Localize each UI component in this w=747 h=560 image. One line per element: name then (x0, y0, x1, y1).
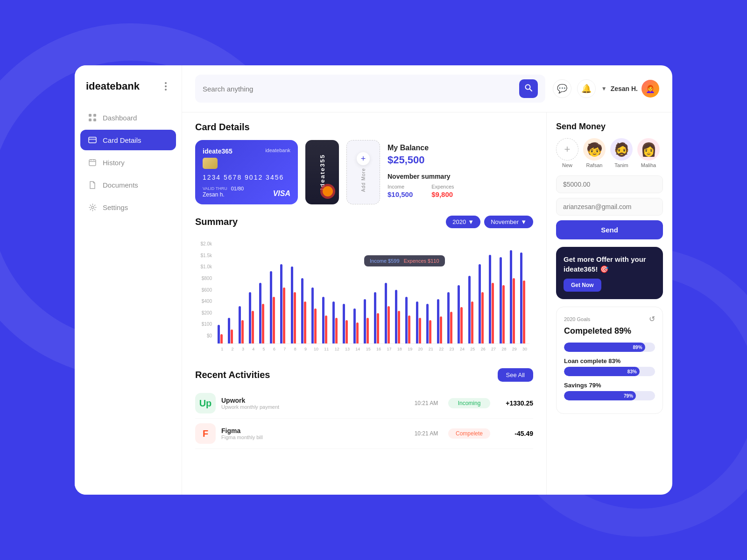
recipient-tanim[interactable]: 🧔 Tanim (610, 138, 633, 168)
menu-dots-icon[interactable] (161, 82, 170, 91)
sidebar-nav: Dashboard Card Details (75, 107, 182, 219)
svg-rect-1 (93, 114, 96, 117)
bar-blue (437, 299, 439, 343)
bar-blue (479, 264, 481, 343)
sidebar-label-card-details: Card Details (103, 136, 141, 144)
right-panel: Send Money + New 🧒 Rafsan 🧔 T (546, 112, 672, 495)
bar-group (301, 278, 310, 343)
user-info[interactable]: ▼ Zesan H. 👩‍🦰 (601, 80, 659, 98)
sidebar-item-dashboard[interactable]: Dashboard (80, 107, 176, 128)
x-label: 9 (301, 347, 310, 351)
savings-progress-label: 79% (624, 393, 633, 399)
x-label: 22 (437, 347, 446, 351)
month-filter-button[interactable]: November ▼ (484, 216, 533, 228)
bar-red (513, 278, 515, 343)
mastercard-logo (320, 184, 335, 199)
activity-info: Upwork Upwork monthly payment (221, 397, 404, 410)
year-filter-button[interactable]: 2020 ▼ (446, 216, 480, 228)
sidebar-item-card-details[interactable]: Card Details (80, 130, 176, 150)
messages-button[interactable]: 💬 (553, 79, 571, 98)
activity-item: Up Upwork Upwork monthly payment 10:21 A… (195, 388, 533, 419)
bar-group (332, 301, 341, 343)
bar-group (239, 306, 247, 343)
bar-blue (405, 297, 408, 343)
bar-blue (520, 252, 522, 343)
add-recipient-icon: + (556, 138, 578, 161)
income-value: $10,500 (388, 190, 413, 198)
add-more-label: Add More (361, 168, 366, 192)
bar-red (450, 312, 452, 343)
main-card: ideatebank Dashboard (75, 65, 672, 495)
svg-rect-0 (89, 114, 92, 117)
bar-red (345, 320, 348, 343)
card-details-title: Card Details (195, 122, 533, 133)
activity-badge: Incoming (448, 398, 490, 408)
bar-blue (280, 264, 282, 343)
amount-input[interactable] (556, 175, 663, 193)
bar-group (218, 325, 226, 343)
credit-card-blue[interactable]: ideate365 ideatebank 1234 5678 9012 3456… (195, 140, 298, 204)
bar-blue (239, 306, 241, 343)
x-label: 10 (311, 347, 320, 351)
loan-progress-label: 83% (627, 369, 637, 374)
bar-red (283, 287, 285, 343)
header: 💬 🔔 ▼ Zesan H. 👩‍🦰 (182, 65, 672, 112)
chevron-month-icon: ▼ (521, 218, 527, 225)
bar-blue (447, 292, 450, 343)
notifications-button[interactable]: 🔔 (577, 79, 596, 98)
x-label: 16 (374, 347, 383, 351)
recipient-rafsan[interactable]: 🧒 Rafsan (583, 138, 606, 168)
bar-group (385, 283, 394, 343)
get-now-button[interactable]: Get Now (564, 279, 601, 292)
svg-point-12 (92, 206, 94, 209)
goals-year: 2020 Goals (564, 316, 590, 322)
sidebar-item-documents[interactable]: Documents (80, 175, 176, 195)
bar-group (228, 318, 237, 343)
recipient-tanim-label: Tanim (614, 162, 628, 168)
card-chip (203, 158, 218, 169)
sidebar-item-settings[interactable]: Settings (80, 197, 176, 217)
bar-red (502, 285, 505, 343)
activity-amount: -45.49 (496, 430, 533, 437)
bar-blue (228, 318, 230, 343)
x-label: 23 (447, 347, 456, 351)
activities-title: Recent Activities (195, 370, 270, 380)
bar-red (356, 322, 359, 343)
bar-group (479, 264, 487, 343)
goal-savings-label: Savings 79% (564, 382, 655, 389)
bar-group (353, 308, 362, 343)
sidebar-item-history[interactable]: History (80, 152, 176, 173)
recipient-new[interactable]: + New (556, 138, 578, 168)
recipient-maliha[interactable]: 👩 Maliha (637, 138, 660, 168)
goals-history-icon[interactable]: ↺ (649, 315, 655, 323)
search-button[interactable] (519, 79, 538, 98)
activity-logo: Up (195, 393, 216, 413)
activity-description: Figma monthly bill (221, 434, 404, 440)
credit-card-dark[interactable]: ideate355 (305, 140, 339, 204)
bar-red (231, 329, 233, 343)
goal-loan-label: Loan complete 83% (564, 357, 655, 364)
year-filter-label: 2020 (452, 218, 466, 225)
bar-red (440, 316, 442, 343)
x-label: 20 (416, 347, 425, 351)
bar-red (335, 318, 338, 343)
bar-red (460, 307, 463, 343)
balance-amount: $25,500 (388, 154, 533, 166)
bar-red (325, 315, 327, 343)
sidebar: ideatebank Dashboard (75, 65, 182, 495)
bar-group (416, 301, 425, 343)
see-all-button[interactable]: See All (498, 368, 533, 382)
send-button[interactable]: Send (556, 220, 663, 239)
x-label: 27 (489, 347, 498, 351)
add-more-card[interactable]: + Add More (346, 140, 380, 204)
search-input[interactable] (203, 85, 514, 93)
avatar-emoji: 👩‍🦰 (646, 84, 655, 93)
svg-line-14 (529, 89, 532, 91)
bar-red (523, 280, 525, 343)
x-label: 5 (259, 347, 268, 351)
email-input[interactable] (556, 198, 663, 216)
bar-group (520, 252, 529, 343)
bar-group (364, 299, 373, 343)
card-bank-name: ideatebank (265, 147, 290, 153)
bar-group (405, 297, 414, 343)
